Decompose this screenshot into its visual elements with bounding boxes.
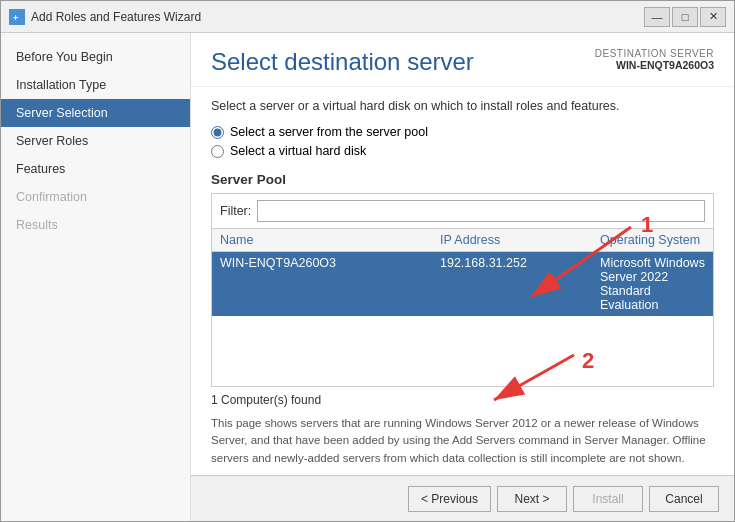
wizard-icon: +: [9, 9, 25, 25]
destination-server-info: DESTINATION SERVER WIN-ENQT9A260O3: [595, 48, 714, 71]
sidebar-item-confirmation: Confirmation: [1, 183, 190, 211]
title-bar: + Add Roles and Features Wizard — □ ✕: [1, 1, 734, 33]
sidebar: Before You Begin Installation Type Serve…: [1, 33, 191, 521]
cell-name: WIN-ENQT9A260O3: [220, 256, 440, 312]
found-count: 1 Computer(s) found: [211, 393, 714, 407]
content-area: Before You Begin Installation Type Serve…: [1, 33, 734, 521]
filter-input[interactable]: [257, 200, 705, 222]
sidebar-item-results: Results: [1, 211, 190, 239]
sidebar-item-installation-type[interactable]: Installation Type: [1, 71, 190, 99]
main-header: Select destination server DESTINATION SE…: [191, 33, 734, 87]
server-pool-title: Server Pool: [211, 172, 714, 187]
radio-vhd[interactable]: Select a virtual hard disk: [211, 144, 714, 158]
table-body: WIN-ENQT9A260O3 192.168.31.252 Microsoft…: [212, 252, 713, 386]
sidebar-item-features[interactable]: Features: [1, 155, 190, 183]
close-button[interactable]: ✕: [700, 7, 726, 27]
previous-button[interactable]: < Previous: [408, 486, 491, 512]
next-button[interactable]: Next >: [497, 486, 567, 512]
page-title: Select destination server: [211, 48, 474, 76]
radio-vhd-input[interactable]: [211, 145, 224, 158]
description-text: Select a server or a virtual hard disk o…: [211, 99, 714, 113]
minimize-button[interactable]: —: [644, 7, 670, 27]
main-window: + Add Roles and Features Wizard — □ ✕ Be…: [0, 0, 735, 522]
radio-server-pool-input[interactable]: [211, 126, 224, 139]
title-bar-left: + Add Roles and Features Wizard: [9, 9, 201, 25]
cell-ip: 192.168.31.252: [440, 256, 600, 312]
empty-rows: [212, 316, 713, 386]
sidebar-item-server-selection[interactable]: Server Selection: [1, 99, 190, 127]
svg-text:+: +: [13, 13, 18, 23]
column-ip: IP Address: [440, 233, 600, 247]
table-row[interactable]: WIN-ENQT9A260O3 192.168.31.252 Microsoft…: [212, 252, 713, 316]
cancel-button[interactable]: Cancel: [649, 486, 719, 512]
cell-os: Microsoft Windows Server 2022 Standard E…: [600, 256, 705, 312]
footer: < Previous Next > Install Cancel: [191, 475, 734, 521]
info-text: This page shows servers that are running…: [211, 415, 714, 467]
sidebar-item-before-you-begin[interactable]: Before You Begin: [1, 43, 190, 71]
install-button: Install: [573, 486, 643, 512]
radio-server-pool[interactable]: Select a server from the server pool: [211, 125, 714, 139]
server-pool-box: Filter: Name IP Address Operating System…: [211, 193, 714, 387]
radio-group: Select a server from the server pool Sel…: [211, 125, 714, 158]
filter-label: Filter:: [220, 204, 251, 218]
main-content: Select a server or a virtual hard disk o…: [191, 87, 734, 475]
sidebar-item-server-roles[interactable]: Server Roles: [1, 127, 190, 155]
filter-row: Filter:: [212, 194, 713, 229]
column-os: Operating System: [600, 233, 705, 247]
column-name: Name: [220, 233, 440, 247]
maximize-button[interactable]: □: [672, 7, 698, 27]
main-panel: Select destination server DESTINATION SE…: [191, 33, 734, 521]
window-title: Add Roles and Features Wizard: [31, 10, 201, 24]
window-controls: — □ ✕: [644, 7, 726, 27]
table-header: Name IP Address Operating System: [212, 229, 713, 252]
